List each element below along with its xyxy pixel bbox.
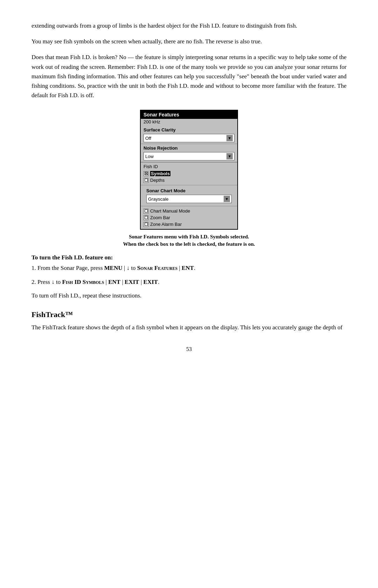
- chart-mode-dropdown[interactable]: Grayscale ▼: [146, 195, 232, 203]
- paragraph-2: You may see fish symbols on the screen w…: [31, 37, 346, 46]
- step-1: 1. From the Sonar Page, press MENU | ↓ t…: [31, 263, 346, 273]
- zone-alarm-bar-row[interactable]: ☐ Zone Alarm Bar: [144, 221, 234, 228]
- step1-sym1: ↓: [127, 265, 130, 271]
- noise-rejection-label: Noise Rejection: [141, 144, 237, 151]
- sonar-features-figure: Sonar Features 200 kHz Surface Clarity O…: [31, 110, 346, 248]
- chart-mode-value: Grayscale: [148, 196, 224, 202]
- figure-caption: Sonar Features menu with Fish I.D. Symbo…: [123, 233, 255, 248]
- step2-sym: ↓: [51, 279, 55, 285]
- step2-sep1: to: [55, 279, 62, 285]
- surface-clarity-label: Surface Clarity: [141, 126, 237, 133]
- menu-chart-mode-section: Sonar Chart Mode Grayscale ▼: [141, 185, 237, 206]
- surface-clarity-value: Off: [145, 136, 226, 141]
- paragraph-3: Does that mean Fish I.D. is broken? No —…: [31, 52, 346, 100]
- depths-checkbox-row[interactable]: ☐ Depths: [144, 177, 234, 184]
- menu-noise-section: Noise Rejection Low ▼: [141, 144, 237, 162]
- menu-bottom-section: ☐ Chart Manual Mode ☐ Zoom Bar ☐ Zone Al…: [141, 206, 237, 229]
- depths-label: Depths: [150, 178, 164, 183]
- fishtrack-para: The FishTrack feature shows the depth of…: [31, 323, 346, 332]
- figure-caption-line1: Sonar Features menu with Fish I.D. Symbo…: [123, 233, 255, 241]
- step2-prefix: 2. Press: [31, 279, 51, 285]
- zoom-bar-label: Zoom Bar: [150, 215, 170, 220]
- surface-clarity-dropdown[interactable]: Off ▼: [144, 134, 234, 142]
- menu-fish-id-section: Fish ID ☒ Symbols ☐ Depths: [141, 162, 237, 185]
- menu-title-bar: Sonar Features: [141, 110, 237, 119]
- chart-manual-mode-row[interactable]: ☐ Chart Manual Mode: [144, 208, 234, 214]
- step1-sep1: |: [122, 265, 127, 271]
- fishtrack-title: FishTrack™: [31, 310, 346, 319]
- depths-checkbox[interactable]: ☐: [144, 178, 148, 183]
- turn-off-text: To turn off Fish I.D., repeat these inst…: [31, 291, 346, 300]
- step2-sep3: |: [120, 279, 125, 285]
- step2-exit1: EXIT: [125, 279, 139, 285]
- step1-prefix: 1. From the Sonar Page, press: [31, 265, 104, 271]
- noise-rejection-arrow: ▼: [226, 153, 233, 159]
- sonar-menu: Sonar Features 200 kHz Surface Clarity O…: [140, 110, 238, 230]
- step1-sep3: |: [177, 265, 182, 271]
- figure-caption-line2: When the check box to the left is checke…: [123, 241, 255, 248]
- step2-exit2: EXIT: [144, 279, 158, 285]
- symbols-label: Symbols: [150, 171, 170, 176]
- fish-id-label: Fish ID: [144, 164, 234, 169]
- paragraph-1: extending outwards from a group of limbs…: [31, 21, 346, 30]
- step1-ent: ENT: [182, 265, 194, 271]
- zone-alarm-checkbox[interactable]: ☐: [144, 222, 148, 227]
- chart-mode-dropdown-row: Grayscale ▼: [144, 194, 234, 205]
- step2-suffix: .: [158, 279, 159, 285]
- chart-mode-label: Sonar Chart Mode: [144, 187, 234, 194]
- noise-rejection-dropdown[interactable]: Low ▼: [144, 152, 234, 160]
- zoom-bar-checkbox[interactable]: ☐: [144, 215, 148, 220]
- menu-title: Sonar Features: [144, 112, 179, 117]
- step1-sonar-features: Sonar Features: [137, 265, 177, 271]
- symbols-checkbox-row[interactable]: ☒ Symbols: [144, 170, 234, 177]
- chart-mode-arrow: ▼: [224, 196, 230, 202]
- zone-alarm-label: Zone Alarm Bar: [150, 222, 182, 227]
- freq-label: 200 kHz: [141, 119, 237, 126]
- menu-freq-section: 200 kHz Surface Clarity Off ▼: [141, 119, 237, 144]
- fish-id-instructions-heading: To turn the Fish I.D. feature on:: [31, 254, 346, 261]
- step2-fish-id-symbols: Fish ID Symbols: [62, 279, 104, 285]
- step1-suffix: .: [194, 265, 195, 271]
- surface-clarity-arrow: ▼: [226, 135, 233, 141]
- noise-rejection-dropdown-row: Low ▼: [141, 151, 237, 162]
- step2-sep2: |: [104, 279, 108, 285]
- symbols-checkbox[interactable]: ☒: [144, 171, 148, 176]
- step1-sep2: to: [130, 265, 137, 271]
- chart-manual-label: Chart Manual Mode: [150, 208, 190, 214]
- page-number: 53: [31, 346, 346, 352]
- zoom-bar-row[interactable]: ☐ Zoom Bar: [144, 214, 234, 221]
- step2-sep4: |: [139, 279, 144, 285]
- step2-ent: ENT: [108, 279, 120, 285]
- step-2: 2. Press ↓ to Fish ID Symbols | ENT | EX…: [31, 277, 346, 287]
- page: extending outwards from a group of limbs…: [0, 0, 378, 588]
- noise-rejection-value: Low: [145, 154, 226, 159]
- chart-manual-checkbox[interactable]: ☐: [144, 209, 148, 214]
- step1-menu: MENU: [104, 265, 122, 271]
- surface-clarity-dropdown-row: Off ▼: [141, 133, 237, 144]
